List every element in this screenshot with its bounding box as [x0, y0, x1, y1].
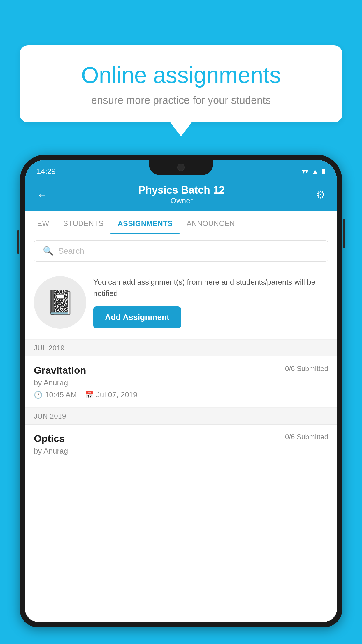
assignment-optics-row1: Optics 0/6 Submitted [34, 433, 328, 444]
section-jun-2019: JUN 2019 [25, 408, 337, 425]
promo-content: You can add assignment(s) from here and … [93, 276, 328, 328]
status-time: 14:29 [37, 167, 56, 176]
assignment-submitted: 0/6 Submitted [285, 365, 328, 373]
header-title: Physics Batch 12 [138, 184, 225, 196]
header-subtitle: Owner [138, 196, 225, 205]
tab-assignments[interactable]: ASSIGNMENTS [110, 211, 180, 234]
status-icons: ▾▾ ▲ ▮ [302, 168, 325, 175]
phone-notch [149, 160, 213, 175]
search-container: 🔍 Search [25, 235, 337, 267]
phone-container: 14:29 ▾▾ ▲ ▮ ← Physics Batch 12 Owner ⚙ … [20, 155, 342, 644]
notebook-icon: 📓 [45, 289, 75, 316]
app-header: ← Physics Batch 12 Owner ⚙ [25, 179, 337, 211]
promo-icon-circle: 📓 [34, 276, 86, 329]
assignment-time: 🕐 10:45 AM [34, 390, 77, 399]
section-jul-2019: JUL 2019 [25, 340, 337, 356]
volume-button [17, 230, 19, 254]
assignment-name: Gravitation [34, 365, 86, 376]
header-center: Physics Batch 12 Owner [138, 184, 225, 205]
promo-text: You can add assignment(s) from here and … [93, 276, 328, 299]
assignment-optics-submitted: 0/6 Submitted [285, 433, 328, 441]
assignment-date: 📅 Jul 07, 2019 [85, 390, 138, 399]
tabs-bar: IEW STUDENTS ASSIGNMENTS ANNOUNCEN [25, 211, 337, 235]
assignment-by: by Anurag [34, 378, 328, 387]
signal-icon: ▲ [312, 168, 318, 175]
assignment-gravitation[interactable]: Gravitation 0/6 Submitted by Anurag 🕐 10… [25, 356, 337, 408]
phone-outer: 14:29 ▾▾ ▲ ▮ ← Physics Batch 12 Owner ⚙ … [20, 155, 342, 627]
assignment-optics-name: Optics [34, 433, 65, 444]
speech-bubble-container: Online assignments ensure more practice … [20, 45, 342, 123]
search-placeholder: Search [58, 246, 84, 256]
assignment-optics-by: by Anurag [34, 447, 328, 456]
promo-card: 📓 You can add assignment(s) from here an… [25, 267, 337, 340]
tab-iew[interactable]: IEW [28, 211, 56, 234]
bubble-subtitle: ensure more practice for your students [40, 94, 322, 106]
wifi-icon: ▾▾ [302, 168, 308, 175]
back-button[interactable]: ← [37, 189, 47, 201]
settings-icon[interactable]: ⚙ [316, 189, 325, 201]
assignment-row1: Gravitation 0/6 Submitted [34, 365, 328, 376]
power-button [343, 219, 345, 248]
content-area: 🔍 Search 📓 You can add assignment(s) fro… [25, 235, 337, 622]
clock-icon: 🕐 [34, 391, 43, 399]
phone-camera [177, 164, 185, 171]
assignment-meta: 🕐 10:45 AM 📅 Jul 07, 2019 [34, 390, 328, 399]
search-icon: 🔍 [43, 246, 54, 256]
tab-students[interactable]: STUDENTS [56, 211, 111, 234]
assignment-date-value: Jul 07, 2019 [96, 390, 138, 399]
bubble-title: Online assignments [40, 63, 322, 88]
speech-bubble: Online assignments ensure more practice … [20, 45, 342, 123]
assignment-optics[interactable]: Optics 0/6 Submitted by Anurag [25, 425, 337, 467]
search-box[interactable]: 🔍 Search [34, 240, 328, 262]
assignment-time-value: 10:45 AM [45, 390, 77, 399]
battery-icon: ▮ [322, 168, 325, 175]
add-assignment-button[interactable]: Add Assignment [93, 306, 181, 328]
calendar-icon: 📅 [85, 391, 94, 399]
phone-screen: 14:29 ▾▾ ▲ ▮ ← Physics Batch 12 Owner ⚙ … [25, 160, 337, 622]
tab-announcements[interactable]: ANNOUNCEN [180, 211, 242, 234]
